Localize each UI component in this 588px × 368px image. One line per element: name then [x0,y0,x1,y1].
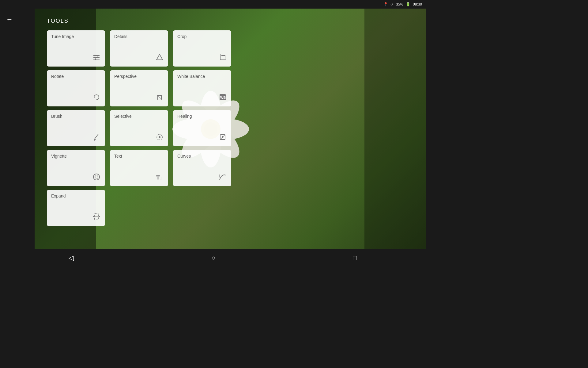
crop-icon [218,53,227,63]
tools-grid: Tune Image Details Crop [47,30,413,226]
svg-point-14 [97,57,98,58]
nav-back-button[interactable]: ◁ [69,254,74,262]
tune-icon [92,53,101,63]
svg-text:T: T [156,174,160,181]
back-button[interactable]: ← [6,15,13,23]
battery-icon: 🔋 [406,2,410,6]
svg-line-28 [95,134,98,139]
tools-panel: TOOLS Tune Image Details [35,9,426,249]
svg-marker-16 [156,54,163,60]
details-icon [155,53,164,63]
tool-details[interactable]: Details [110,30,168,67]
tool-healing[interactable]: Healing [173,110,231,146]
nav-recent-button[interactable]: □ [353,254,357,262]
bottom-nav: ◁ ○ □ [0,249,426,266]
left-sidebar [0,9,35,249]
tool-text[interactable]: Text T T [110,150,168,186]
svg-text:WB: WB [220,96,226,99]
tool-vignette[interactable]: Vignette [47,150,105,186]
tools-title: TOOLS [47,18,413,24]
brush-icon [92,133,101,143]
location-icon: 📍 [383,2,388,6]
tool-perspective[interactable]: Perspective [110,70,168,106]
curves-icon [218,173,227,182]
svg-point-35 [93,174,100,180]
svg-point-36 [95,175,98,178]
airplane-icon: ✈ [390,2,394,6]
expand-icon [92,213,101,222]
selective-icon [155,133,164,143]
tool-white-balance[interactable]: White Balance WB [173,70,231,106]
tool-curves[interactable]: Curves [173,150,231,186]
healing-icon [218,133,227,143]
svg-line-34 [220,135,225,140]
tool-selective[interactable]: Selective [110,110,168,146]
tool-rotate[interactable]: Rotate [47,70,105,106]
svg-point-30 [159,136,160,138]
wb-icon: WB [218,93,227,103]
perspective-icon [155,93,164,103]
tool-crop[interactable]: Crop [173,30,231,67]
tool-brush[interactable]: Brush [47,110,105,146]
rotate-icon [92,93,101,103]
text-icon: T T [155,173,164,182]
tool-expand[interactable]: Expand [47,190,105,226]
tool-tune-image[interactable]: Tune Image [47,30,105,67]
svg-text:T: T [160,176,162,180]
battery-percent: 35% [396,2,403,6]
nav-home-button[interactable]: ○ [211,254,215,262]
svg-point-15 [95,59,96,60]
time-display: 08:30 [413,2,422,6]
vignette-icon [92,173,101,182]
svg-line-25 [158,95,161,99]
svg-point-13 [94,55,96,56]
status-bar: 📍 ✈ 35% 🔋 08:30 [0,0,426,9]
